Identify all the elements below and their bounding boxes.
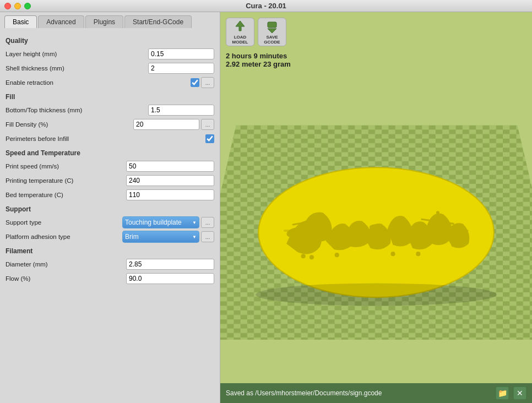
label-fill-density: Fill Density (%) <box>6 121 133 128</box>
label-bottom-top-thickness: Bottom/Top thickness (mm) <box>6 107 148 113</box>
right-panel: LOAD MODEL SAVE GCODE VIEW MORE 2 hou <box>220 12 532 403</box>
row-fill-density: Fill Density (%) ... <box>6 118 214 130</box>
label-shell-thickness: Shell thickness (mm) <box>6 65 148 72</box>
section-fill-header: Fill <box>6 93 214 102</box>
row-platform-adhesion: Platform adhesion type Brim Raft Skirt N… <box>6 231 214 243</box>
save-gcode-icon <box>264 19 280 34</box>
status-close-button[interactable]: ✕ <box>513 386 526 400</box>
tab-advanced[interactable]: Advanced <box>38 15 84 28</box>
folder-icon: 📁 <box>498 389 507 397</box>
input-bed-temperature[interactable] <box>126 189 214 200</box>
maximize-button[interactable] <box>24 3 31 9</box>
extra-btn-support-type[interactable]: ... <box>201 217 214 228</box>
section-speed-header: Speed and Temperature <box>6 149 214 158</box>
row-layer-height: Layer height (mm) <box>6 48 214 60</box>
status-folder-button[interactable]: 📁 <box>496 386 509 400</box>
section-quality-header: Quality <box>6 37 214 46</box>
print-material: 2.92 meter 23 gram <box>226 60 291 68</box>
svg-marker-2 <box>268 29 276 33</box>
label-layer-height: Layer height (mm) <box>6 51 148 57</box>
row-support-type: Support type Touching buildplate Everywh… <box>6 216 214 228</box>
label-enable-retraction: Enable retraction <box>6 79 191 86</box>
load-model-label: LOAD MODEL <box>226 35 254 45</box>
checkbox-enable-retraction[interactable] <box>191 78 199 87</box>
label-diameter: Diameter (mm) <box>6 261 126 268</box>
select-platform-adhesion[interactable]: Brim Raft Skirt None <box>122 231 199 243</box>
svg-point-33 <box>256 283 497 306</box>
extra-btn-fill-density[interactable]: ... <box>201 119 214 130</box>
svg-point-25 <box>310 255 314 259</box>
status-text: Saved as /Users/mhorstmeier/Documents/si… <box>226 389 491 397</box>
svg-point-29 <box>436 211 439 214</box>
row-flow: Flow (%) <box>6 273 214 285</box>
row-print-speed: Print speed (mm/s) <box>6 160 214 172</box>
row-diameter: Diameter (mm) <box>6 258 214 270</box>
left-panel: Basic Advanced Plugins Start/End-GCode Q… <box>0 12 220 403</box>
select-support-type[interactable]: Touching buildplate Everywhere None <box>122 216 199 228</box>
select-wrapper-support-type: Touching buildplate Everywhere None <box>122 216 199 228</box>
label-print-speed: Print speed (mm/s) <box>6 163 126 170</box>
svg-rect-1 <box>268 22 276 28</box>
label-support-type: Support type <box>6 219 122 226</box>
row-printing-temperature: Printing temperature (C) <box>6 175 214 187</box>
close-icon: ✕ <box>517 389 523 397</box>
load-model-button[interactable]: LOAD MODEL <box>226 18 254 46</box>
svg-point-24 <box>301 254 306 258</box>
print-info: 2 hours 9 minutes 2.92 meter 23 gram <box>226 52 291 68</box>
load-model-icon <box>232 19 248 34</box>
row-bottom-top-thickness: Bottom/Top thickness (mm) <box>6 104 214 116</box>
input-diameter[interactable] <box>126 259 214 270</box>
input-flow[interactable] <box>126 273 214 284</box>
form-content: Quality Layer height (mm) Shell thicknes… <box>0 28 220 397</box>
svg-point-27 <box>390 252 395 256</box>
titlebar: Cura - 20.01 <box>0 0 532 12</box>
status-bar: Saved as /Users/mhorstmeier/Documents/si… <box>220 383 532 403</box>
row-enable-retraction: Enable retraction ... <box>6 77 214 89</box>
select-wrapper-platform-adhesion: Brim Raft Skirt None <box>122 231 199 243</box>
tab-basic[interactable]: Basic <box>4 15 37 28</box>
close-button[interactable] <box>4 3 11 9</box>
input-printing-temperature[interactable] <box>126 175 214 186</box>
label-bed-temperature: Bed temperature (C) <box>6 192 126 198</box>
svg-point-26 <box>335 253 339 257</box>
input-shell-thickness[interactable] <box>148 63 214 74</box>
toolbar: LOAD MODEL SAVE GCODE <box>226 18 286 46</box>
scene-view <box>220 12 532 403</box>
svg-point-28 <box>416 252 420 256</box>
input-print-speed[interactable] <box>126 161 214 172</box>
section-support-header: Support <box>6 205 214 214</box>
row-shell-thickness: Shell thickness (mm) <box>6 62 214 74</box>
main-container: Basic Advanced Plugins Start/End-GCode Q… <box>0 12 532 403</box>
tab-plugins[interactable]: Plugins <box>85 15 123 28</box>
input-bottom-top-thickness[interactable] <box>148 105 214 116</box>
svg-rect-30 <box>284 230 469 232</box>
minimize-button[interactable] <box>14 3 21 9</box>
save-gcode-label: SAVE GCODE <box>258 35 286 45</box>
checkbox-perimeters-before-infill[interactable] <box>205 134 214 143</box>
window-title: Cura - 20.01 <box>246 2 286 10</box>
section-filament-header: Filament <box>6 247 214 256</box>
traffic-lights <box>4 3 31 9</box>
label-perimeters-before-infill: Perimeters before Infill <box>6 135 205 142</box>
row-bed-temperature: Bed temperature (C) <box>6 189 214 201</box>
tab-start-end-gcode[interactable]: Start/End-GCode <box>124 15 192 28</box>
row-perimeters-before-infill: Perimeters before Infill <box>6 133 214 145</box>
print-time: 2 hours 9 minutes <box>226 52 291 60</box>
save-gcode-button[interactable]: SAVE GCODE <box>258 18 286 46</box>
label-printing-temperature: Printing temperature (C) <box>6 177 126 184</box>
label-flow: Flow (%) <box>6 275 126 282</box>
svg-marker-0 <box>236 21 245 31</box>
extra-btn-platform-adhesion[interactable]: ... <box>201 231 214 242</box>
label-platform-adhesion: Platform adhesion type <box>6 233 122 240</box>
extra-btn-retraction[interactable]: ... <box>201 77 214 88</box>
tab-bar: Basic Advanced Plugins Start/End-GCode <box>0 12 220 28</box>
input-layer-height[interactable] <box>148 48 214 59</box>
input-fill-density[interactable] <box>133 119 199 130</box>
